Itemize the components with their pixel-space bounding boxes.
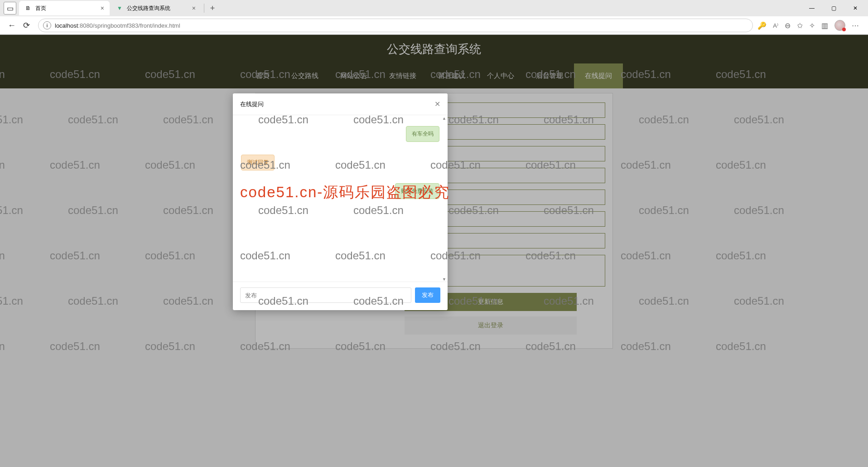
extensions-icon[interactable]: ▥ xyxy=(821,21,828,30)
chat-message: 测试回复 xyxy=(241,155,439,170)
chat-modal: 在线提问 ✕ ▲ 有车全吗 测试回复 购买免费安装 ▼ 发布 xyxy=(233,93,448,310)
url-host: localhost:8080/springbootmf383/front/ind… xyxy=(55,22,180,29)
submit-button[interactable]: 发布 xyxy=(415,287,440,303)
zoom-out-icon[interactable]: ⊖ xyxy=(785,21,791,30)
address-bar: ← ⟳ i localhost:8080/springbootmf383/fro… xyxy=(0,16,868,34)
window-controls: — ▢ ✕ xyxy=(803,1,864,15)
tab-home[interactable]: 🗎 首页 × xyxy=(19,1,110,15)
message-bubble: 有车全吗 xyxy=(406,126,439,142)
back-button[interactable]: ← xyxy=(5,18,19,33)
message-bubble: 购买免费安装 xyxy=(395,183,439,199)
collections-icon[interactable]: ✧ xyxy=(809,21,815,30)
scroll-down-icon[interactable]: ▼ xyxy=(442,277,446,281)
minimize-button[interactable]: — xyxy=(803,1,821,15)
close-icon[interactable]: ✕ xyxy=(434,100,440,108)
tab-separator xyxy=(204,4,204,13)
refresh-button[interactable]: ⟳ xyxy=(19,18,34,33)
chat-input[interactable] xyxy=(240,287,411,303)
tab-title: 公交线路查询系统 xyxy=(127,5,188,12)
page-icon: 🗎 xyxy=(24,5,32,12)
profile-avatar[interactable] xyxy=(834,20,845,31)
chat-body[interactable]: ▲ 有车全吗 测试回复 购买免费安装 ▼ xyxy=(233,115,448,282)
new-tab-button[interactable]: + xyxy=(206,2,219,15)
chat-footer: 发布 xyxy=(233,282,448,310)
url-input[interactable]: i localhost:8080/springbootmf383/front/i… xyxy=(38,19,753,32)
vue-icon: ▼ xyxy=(116,5,123,12)
favorites-icon[interactable]: ✩ xyxy=(797,21,803,30)
site-info-icon[interactable]: i xyxy=(43,21,51,29)
tab-title: 首页 xyxy=(35,5,97,12)
close-window-button[interactable]: ✕ xyxy=(846,1,864,15)
chat-message: 购买免费安装 xyxy=(241,183,439,199)
message-bubble: 测试回复 xyxy=(241,155,275,170)
more-menu-icon[interactable]: ⋯ xyxy=(852,21,859,30)
chat-message: 有车全吗 xyxy=(241,126,439,142)
modal-title: 在线提问 xyxy=(240,100,264,108)
password-icon[interactable]: 🔑 xyxy=(757,21,767,30)
close-tab-icon[interactable]: × xyxy=(101,5,104,12)
tab-system[interactable]: ▼ 公交线路查询系统 × xyxy=(111,1,201,15)
maximize-button[interactable]: ▢ xyxy=(825,1,843,15)
close-tab-icon[interactable]: × xyxy=(192,5,196,12)
browser-chrome: ▭ 🗎 首页 × ▼ 公交线路查询系统 × + — ▢ ✕ ← ⟳ i loca… xyxy=(0,0,868,35)
scroll-up-icon[interactable]: ▲ xyxy=(442,116,446,120)
tab-bar: ▭ 🗎 首页 × ▼ 公交线路查询系统 × + — ▢ ✕ xyxy=(0,0,868,16)
read-aloud-icon[interactable]: A⁾ xyxy=(773,22,778,29)
toolbar-icons: 🔑 A⁾ ⊖ ✩ ✧ ▥ ⋯ xyxy=(757,20,863,31)
tab-actions-button[interactable]: ▭ xyxy=(4,2,16,15)
modal-header: 在线提问 ✕ xyxy=(233,93,448,115)
